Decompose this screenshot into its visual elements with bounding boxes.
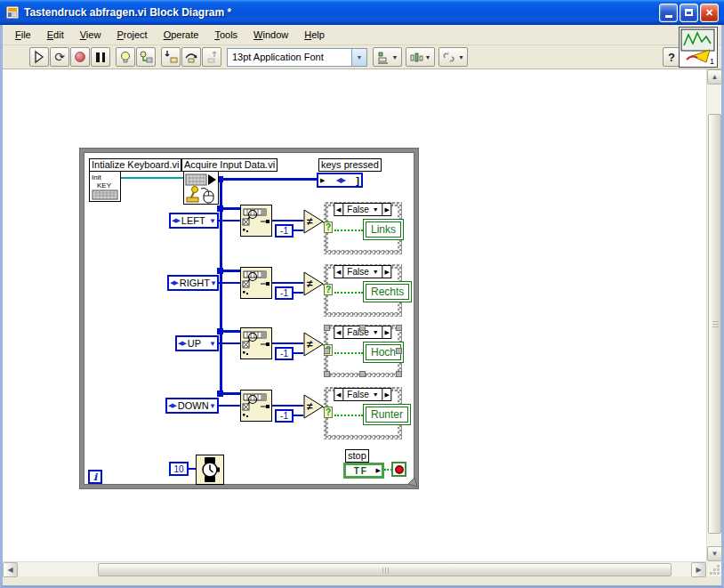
- case-selector-terminal[interactable]: ?: [324, 284, 333, 295]
- enum-wire[interactable]: [219, 342, 241, 344]
- constant-wire[interactable]: [294, 415, 303, 416]
- boolean-wire-inner[interactable]: [334, 352, 363, 354]
- case-structure-runter[interactable]: ◀ False▼ ▶ ? Runter: [324, 387, 402, 439]
- boolean-wire-inner[interactable]: [334, 415, 363, 416]
- wait-wire[interactable]: [189, 468, 196, 470]
- pause-button[interactable]: [91, 47, 110, 67]
- next-case-icon[interactable]: ▶: [382, 266, 391, 278]
- step-out-button[interactable]: [202, 47, 221, 67]
- menu-help[interactable]: Help: [299, 27, 330, 43]
- boolean-indicator-links[interactable]: Links: [363, 219, 404, 240]
- dropdown-icon[interactable]: ▼: [210, 279, 218, 287]
- stop-boolean-terminal[interactable]: TF ▶: [343, 463, 384, 479]
- case-dropdown-icon[interactable]: ▼: [373, 269, 379, 275]
- index-wire[interactable]: [272, 220, 303, 222]
- increment-decrement-icon[interactable]: ◀▶: [171, 217, 181, 224]
- selection-handle[interactable]: [359, 371, 366, 377]
- index-wire[interactable]: [272, 342, 303, 344]
- run-button[interactable]: [29, 47, 49, 67]
- array-branch-wire[interactable]: [220, 270, 241, 272]
- keys-array-wire[interactable]: [219, 178, 318, 181]
- vi-icon-pane[interactable]: 1: [679, 27, 718, 68]
- enum-constant-left[interactable]: ◀▶ LEFT ▼: [169, 213, 219, 229]
- initialize-keyboard-vi-icon[interactable]: Init KEY: [89, 171, 121, 202]
- align-objects-button[interactable]: ▼: [373, 47, 402, 67]
- init-vi-label[interactable]: Intialize Keyboard.vi: [89, 158, 181, 172]
- dropdown-icon[interactable]: ▼: [209, 402, 217, 410]
- minus-one-constant[interactable]: -1: [275, 409, 294, 423]
- selection-handle[interactable]: [324, 371, 330, 377]
- array-branch-wire[interactable]: [220, 330, 241, 333]
- boolean-wire-inner[interactable]: [334, 230, 363, 231]
- previous-case-icon[interactable]: ◀: [334, 266, 343, 278]
- horizontal-scrollbar[interactable]: ◀ ▶: [3, 561, 706, 576]
- minus-one-constant[interactable]: -1: [275, 224, 294, 238]
- context-help-button[interactable]: ?: [663, 47, 680, 67]
- not-equal-function[interactable]: ≠: [303, 332, 325, 357]
- constant-wire[interactable]: [294, 352, 303, 354]
- enum-wire[interactable]: [219, 282, 241, 284]
- menu-operate[interactable]: Operate: [158, 27, 205, 43]
- case-dropdown-icon[interactable]: ▼: [373, 206, 379, 213]
- boolean-indicator-rechts[interactable]: Rechts: [363, 281, 412, 302]
- search-1d-array-icon[interactable]: [240, 390, 272, 422]
- selection-handle[interactable]: [396, 325, 402, 331]
- enum-wire[interactable]: [219, 220, 241, 222]
- run-continuously-button[interactable]: ⟳: [50, 47, 69, 67]
- enum-constant-right[interactable]: ◀▶ RIGHT ▼: [167, 275, 219, 291]
- scroll-up-button[interactable]: ▲: [707, 69, 722, 85]
- refnum-wire[interactable]: [121, 177, 183, 179]
- index-wire[interactable]: [272, 282, 303, 284]
- acquire-input-data-vi-icon[interactable]: [183, 171, 219, 205]
- menu-file[interactable]: File: [10, 27, 36, 43]
- menu-project[interactable]: Project: [111, 27, 152, 43]
- selection-handle[interactable]: [324, 348, 330, 354]
- next-case-icon[interactable]: ▶: [382, 326, 391, 338]
- case-selector-terminal[interactable]: ?: [324, 407, 333, 418]
- search-1d-array-icon[interactable]: [240, 205, 272, 237]
- abort-button[interactable]: [70, 47, 90, 67]
- previous-case-icon[interactable]: ◀: [334, 389, 343, 400]
- next-case-icon[interactable]: ▶: [382, 204, 391, 215]
- search-1d-array-icon[interactable]: [240, 327, 272, 359]
- loop-iteration-terminal[interactable]: i: [88, 470, 102, 484]
- menu-tools[interactable]: Tools: [209, 27, 243, 43]
- wait-ms-constant[interactable]: 10: [169, 462, 189, 476]
- retain-wire-values-button[interactable]: [136, 47, 156, 67]
- array-branch-wire[interactable]: [220, 207, 241, 210]
- increment-decrement-icon[interactable]: ◀▶: [167, 402, 177, 409]
- enum-wire[interactable]: [219, 405, 241, 407]
- vertical-scroll-thumb[interactable]: [708, 114, 721, 534]
- boolean-wire-inner[interactable]: [334, 292, 363, 294]
- acquire-vi-label[interactable]: Acquire Input Data.vi: [181, 158, 278, 172]
- enum-constant-down[interactable]: ◀▶ DOWN ▼: [165, 398, 219, 414]
- case-selector[interactable]: ◀ False▼ ▶: [334, 203, 391, 216]
- search-1d-array-icon[interactable]: [240, 267, 272, 299]
- vertical-scrollbar[interactable]: ▲ ▼: [706, 69, 721, 561]
- case-selector-terminal[interactable]: ?: [324, 222, 333, 233]
- maximize-button[interactable]: [680, 4, 698, 22]
- case-structure-links[interactable]: ◀ False▼ ▶ ? Links: [324, 202, 402, 254]
- case-dropdown-icon[interactable]: ▼: [373, 391, 379, 398]
- dropdown-icon[interactable]: ▼: [209, 340, 217, 348]
- distribute-objects-button[interactable]: ▼: [406, 47, 435, 67]
- menu-view[interactable]: View: [75, 27, 107, 43]
- horizontal-scroll-thumb[interactable]: [98, 563, 672, 576]
- enum-constant-up[interactable]: ◀▶ UP ▼: [175, 335, 219, 351]
- minus-one-constant[interactable]: -1: [275, 286, 294, 300]
- selection-handle[interactable]: [359, 325, 366, 331]
- title-bar[interactable]: Tastendruck abfragen.vi Block Diagram * …: [0, 0, 724, 25]
- increment-decrement-icon[interactable]: ◀▶: [169, 279, 179, 286]
- case-structure-rechts[interactable]: ◀ False▼ ▶ ? Rechts: [324, 264, 402, 317]
- wait-until-next-ms-icon[interactable]: [196, 455, 224, 485]
- constant-wire[interactable]: [294, 230, 303, 231]
- next-case-icon[interactable]: ▶: [382, 389, 391, 400]
- reorder-button[interactable]: ▼: [438, 47, 468, 67]
- dropdown-icon[interactable]: ▼: [209, 217, 217, 225]
- not-equal-function[interactable]: ≠: [303, 394, 325, 419]
- window-resize-grip[interactable]: [706, 561, 721, 576]
- step-over-button[interactable]: [181, 47, 201, 67]
- font-selector[interactable]: 13pt Application Font ▼: [227, 48, 367, 67]
- constant-wire[interactable]: [294, 292, 303, 294]
- keys-pressed-label[interactable]: keys pressed: [318, 158, 382, 172]
